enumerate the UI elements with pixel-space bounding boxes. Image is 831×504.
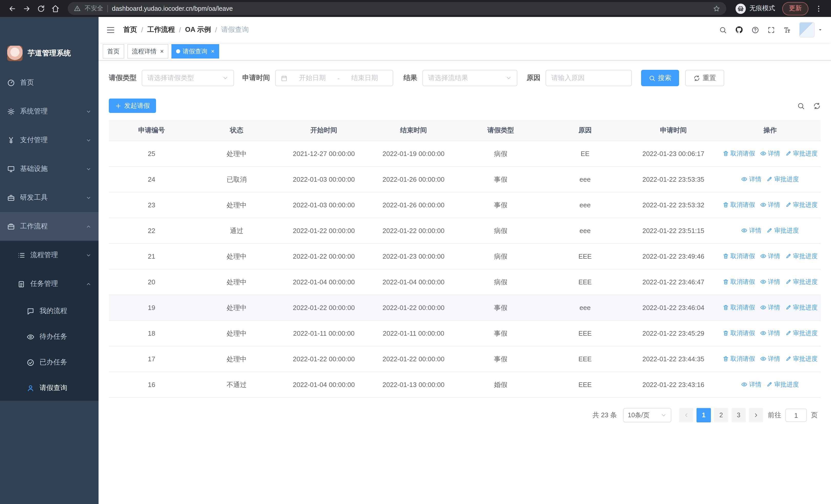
reset-button[interactable]: 重置 (685, 70, 724, 86)
tag-item[interactable]: 流程详情× (127, 44, 168, 59)
breadcrumb-item: 请假查询 (221, 25, 249, 34)
trash-icon (723, 305, 729, 311)
progress-link[interactable]: 审批进度 (785, 201, 818, 209)
sidebar-item[interactable]: 系统管理 (0, 97, 98, 126)
detail-link[interactable]: 详情 (741, 380, 762, 389)
page-size-select[interactable]: 10条/页 (623, 408, 671, 422)
search-toggle-icon[interactable] (797, 102, 805, 110)
goto-page-input[interactable] (785, 409, 807, 422)
table-cell: 2022-01-13 00:00:00 (369, 381, 458, 388)
close-icon[interactable]: × (211, 48, 214, 54)
eye-icon (760, 253, 766, 260)
sidebar-item[interactable]: 首页 (0, 68, 98, 97)
eye-icon (741, 228, 748, 234)
help-icon[interactable] (751, 26, 759, 34)
progress-link[interactable]: 审批进度 (785, 355, 818, 363)
forward-icon[interactable] (20, 1, 34, 16)
page-button[interactable]: 2 (714, 408, 728, 422)
home-icon[interactable] (48, 1, 63, 16)
detail-link[interactable]: 详情 (760, 252, 780, 261)
table-cell: EEE (543, 278, 627, 286)
detail-link[interactable]: 详情 (760, 329, 780, 338)
prev-page-button[interactable] (679, 408, 693, 422)
apply-time-range-picker[interactable]: 开始日期 - 结束日期 (275, 70, 393, 86)
reload-icon[interactable] (34, 1, 48, 16)
font-size-icon[interactable] (783, 26, 791, 34)
table-cell: 事假 (458, 329, 543, 338)
edit-icon (767, 228, 773, 234)
cancel-leave-link[interactable]: 取消请假 (723, 252, 755, 261)
app-logo[interactable]: 芋道管理系统 (0, 17, 98, 68)
search-button[interactable]: 搜索 (641, 70, 679, 86)
page-button[interactable]: 3 (732, 408, 746, 422)
refresh-icon[interactable] (813, 102, 821, 110)
progress-link[interactable]: 审批进度 (767, 175, 799, 184)
apply-time-label: 申请时间 (242, 73, 270, 83)
cancel-leave-link[interactable]: 取消请假 (723, 355, 755, 363)
address-bar[interactable]: 不安全 dashboard.yudao.iocoder.cn/bpm/oa/le… (68, 2, 726, 15)
trash-icon (723, 202, 729, 208)
tag-item[interactable]: 首页 (103, 44, 124, 59)
sidebar-item[interactable]: 流程管理 (0, 241, 98, 269)
progress-link[interactable]: 审批进度 (785, 278, 818, 287)
incognito-label: 无痕模式 (749, 4, 775, 13)
tag-active[interactable]: 请假查询× (171, 44, 219, 59)
detail-link[interactable]: 详情 (741, 175, 762, 184)
sidebar-item[interactable]: 我的流程 (0, 298, 98, 324)
column-header: 结束时间 (369, 126, 458, 135)
breadcrumb-item[interactable]: 工作流程 (147, 25, 175, 34)
progress-link[interactable]: 审批进度 (785, 303, 818, 312)
breadcrumb-item[interactable]: 首页 (123, 25, 137, 34)
sidebar-item[interactable]: 请假查询 (0, 375, 98, 401)
page-content: 请假类型 请选择请假类型 申请时间 开始日期 - 结束日期 结果 请选择流结果 (98, 61, 831, 504)
back-icon[interactable] (5, 1, 20, 16)
table-cell: 2022-01-22 23:46:47 (627, 278, 720, 286)
detail-link[interactable]: 详情 (760, 149, 780, 158)
fullscreen-icon[interactable] (767, 26, 775, 34)
sidebar-item[interactable]: 基础设施 (0, 154, 98, 183)
monitor-icon (7, 165, 15, 173)
cancel-leave-link[interactable]: 取消请假 (723, 278, 755, 287)
progress-link[interactable]: 审批进度 (785, 252, 818, 261)
breadcrumb-item[interactable]: OA 示例 (185, 25, 211, 34)
reason-input[interactable]: 请输入原因 (546, 70, 632, 86)
leave-type-select[interactable]: 请选择请假类型 (142, 70, 234, 86)
create-leave-button[interactable]: 发起请假 (109, 98, 156, 113)
pagination: 共 23 条 10条/页 123 前往 页 (109, 408, 821, 422)
star-icon[interactable] (713, 5, 720, 12)
update-button[interactable]: 更新 (782, 2, 808, 15)
close-icon[interactable]: × (160, 48, 164, 54)
progress-link[interactable]: 审批进度 (767, 380, 799, 389)
hamburger-icon[interactable] (106, 25, 115, 34)
sidebar-item[interactable]: 已办任务 (0, 350, 98, 375)
cancel-leave-link[interactable]: 取消请假 (723, 329, 755, 338)
table-cell: 处理中 (194, 329, 279, 338)
detail-link[interactable]: 详情 (760, 201, 780, 209)
detail-link[interactable]: 详情 (741, 226, 762, 235)
detail-link[interactable]: 详情 (760, 303, 780, 312)
search-icon[interactable] (719, 26, 727, 34)
detail-link[interactable]: 详情 (760, 278, 780, 287)
sidebar-item[interactable]: 任务管理 (0, 269, 98, 298)
user-menu[interactable] (799, 22, 823, 37)
progress-link[interactable]: 审批进度 (767, 226, 799, 235)
detail-link[interactable]: 详情 (760, 355, 780, 363)
cancel-leave-link[interactable]: 取消请假 (723, 201, 755, 209)
sidebar-item[interactable]: 工作流程 (0, 212, 98, 241)
table-cell: 2022-01-22 23:46:04 (627, 304, 720, 312)
github-icon[interactable] (735, 26, 743, 34)
progress-link[interactable]: 审批进度 (785, 149, 818, 158)
sidebar-item[interactable]: 研发工具 (0, 183, 98, 212)
browser-menu-dots-icon[interactable] (811, 1, 826, 16)
gear-icon (7, 108, 15, 115)
next-page-button[interactable] (749, 408, 763, 422)
result-select[interactable]: 请选择流结果 (423, 70, 517, 86)
progress-link[interactable]: 审批进度 (785, 329, 818, 338)
table-cell: 2022-01-22 00:00:00 (279, 304, 369, 312)
sidebar-item[interactable]: 支付管理 (0, 126, 98, 154)
sidebar-item[interactable]: 待办任务 (0, 324, 98, 350)
table-row: 19处理中2022-01-22 00:00:002022-01-22 00:00… (109, 295, 821, 321)
cancel-leave-link[interactable]: 取消请假 (723, 303, 755, 312)
cancel-leave-link[interactable]: 取消请假 (723, 149, 755, 158)
page-button[interactable]: 1 (696, 408, 711, 422)
